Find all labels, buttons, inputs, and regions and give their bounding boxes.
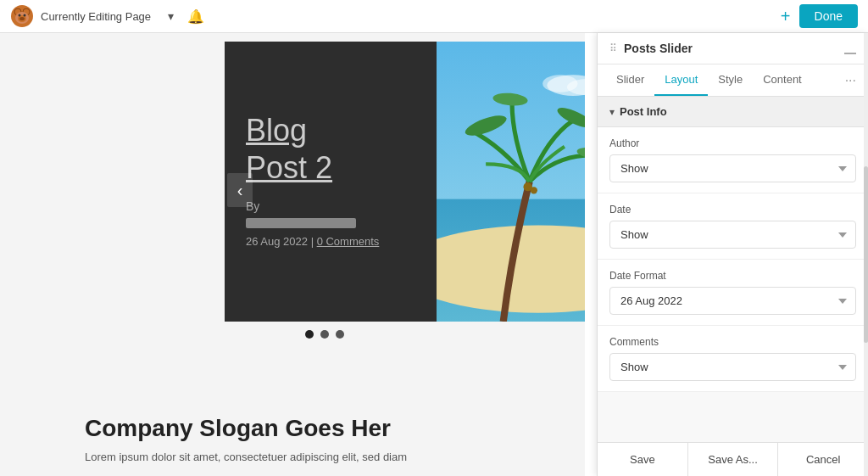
date-label: Date bbox=[609, 204, 856, 216]
panel: ⠿ Posts Slider Slider Layout Style Conte… bbox=[597, 33, 868, 476]
save-button[interactable]: Save bbox=[598, 443, 688, 476]
svg-point-5 bbox=[19, 14, 21, 17]
panel-title: Posts Slider bbox=[624, 42, 837, 55]
panel-scrollbar[interactable] bbox=[864, 33, 868, 476]
date-format-select[interactable]: 26 Aug 2022 Aug 26 2022 2022-08-26 bbox=[609, 287, 856, 315]
company-slogan: Company Slogan Goes Her bbox=[85, 415, 391, 442]
top-bar: Currently Editing Page ▾ 🔔 + Done bbox=[0, 0, 868, 33]
logo-icon bbox=[10, 4, 34, 28]
slide-comments-link[interactable]: 0 Comments bbox=[317, 235, 380, 248]
section-toggle-icon: ▾ bbox=[609, 106, 615, 118]
post-info-label: Post Info bbox=[620, 105, 667, 118]
page-preview: BlogPost 2 By 26 Aug 2022 | 0 Comments bbox=[0, 33, 585, 476]
chevron-down-icon[interactable]: ▾ bbox=[168, 9, 174, 23]
date-format-label: Date Format bbox=[609, 270, 856, 282]
currently-editing-label: Currently Editing Page bbox=[41, 10, 151, 23]
date-select[interactable]: Show Hide bbox=[609, 221, 856, 249]
svg-point-7 bbox=[19, 17, 25, 20]
done-button[interactable]: Done bbox=[799, 4, 858, 28]
svg-point-6 bbox=[24, 14, 26, 17]
bell-icon[interactable]: 🔔 bbox=[187, 8, 204, 25]
tab-slider[interactable]: Slider bbox=[606, 64, 654, 96]
comments-field-group: Comments Show Hide bbox=[598, 326, 868, 392]
save-as-button[interactable]: Save As... bbox=[688, 443, 779, 476]
beach-scene-svg bbox=[437, 42, 585, 322]
top-bar-left: Currently Editing Page bbox=[10, 4, 151, 28]
date-format-field-group: Date Format 26 Aug 2022 Aug 26 2022 2022… bbox=[598, 260, 868, 326]
prev-arrow-button[interactable]: ‹ bbox=[227, 173, 253, 207]
panel-scrollbar-thumb[interactable] bbox=[864, 166, 868, 344]
comments-select[interactable]: Show Hide bbox=[609, 353, 856, 381]
tab-layout[interactable]: Layout bbox=[654, 64, 708, 96]
tab-content[interactable]: Content bbox=[753, 64, 812, 96]
plus-icon[interactable]: + bbox=[781, 7, 791, 26]
panel-footer: Save Save As... Cancel bbox=[598, 442, 868, 476]
post-info-section-header[interactable]: ▾ Post Info bbox=[598, 97, 868, 127]
date-field-group: Date Show Hide bbox=[598, 193, 868, 260]
dot-3[interactable] bbox=[336, 330, 344, 339]
author-field-group: Author Show Hide bbox=[598, 127, 868, 193]
svg-point-19 bbox=[531, 187, 537, 193]
drag-icon: ⠿ bbox=[609, 42, 617, 54]
main-area: BlogPost 2 By 26 Aug 2022 | 0 Comments bbox=[0, 33, 868, 476]
panel-tabs: Slider Layout Style Content ··· bbox=[598, 64, 868, 97]
top-bar-right: + Done bbox=[781, 4, 858, 28]
slide-left-panel: BlogPost 2 By 26 Aug 2022 | 0 Comments bbox=[225, 42, 437, 322]
slide-right-panel bbox=[437, 42, 585, 322]
dot-2[interactable] bbox=[320, 330, 329, 339]
slider-widget: BlogPost 2 By 26 Aug 2022 | 0 Comments bbox=[225, 42, 585, 322]
slide-author-bar bbox=[246, 218, 356, 228]
comments-label: Comments bbox=[609, 336, 856, 348]
slide-by-label: By bbox=[246, 199, 415, 213]
dot-1[interactable] bbox=[305, 330, 314, 339]
tab-more-icon[interactable]: ··· bbox=[842, 66, 860, 95]
tab-style[interactable]: Style bbox=[708, 64, 753, 96]
slide-title: BlogPost 2 bbox=[246, 112, 415, 185]
slider-dots bbox=[305, 330, 344, 339]
minimize-icon[interactable] bbox=[844, 46, 856, 54]
slide-date: 26 Aug 2022 | 0 Comments bbox=[246, 235, 415, 248]
panel-content: ▾ Post Info Author Show Hide Date Show H… bbox=[598, 97, 868, 442]
author-label: Author bbox=[609, 137, 856, 149]
author-select[interactable]: Show Hide bbox=[609, 154, 856, 182]
lorem-ipsum: Lorem ipsum dolor sit amet, consectetuer… bbox=[85, 451, 407, 463]
top-bar-center: ▾ 🔔 bbox=[168, 8, 204, 25]
cancel-button[interactable]: Cancel bbox=[778, 443, 868, 476]
panel-header: ⠿ Posts Slider bbox=[598, 33, 868, 64]
